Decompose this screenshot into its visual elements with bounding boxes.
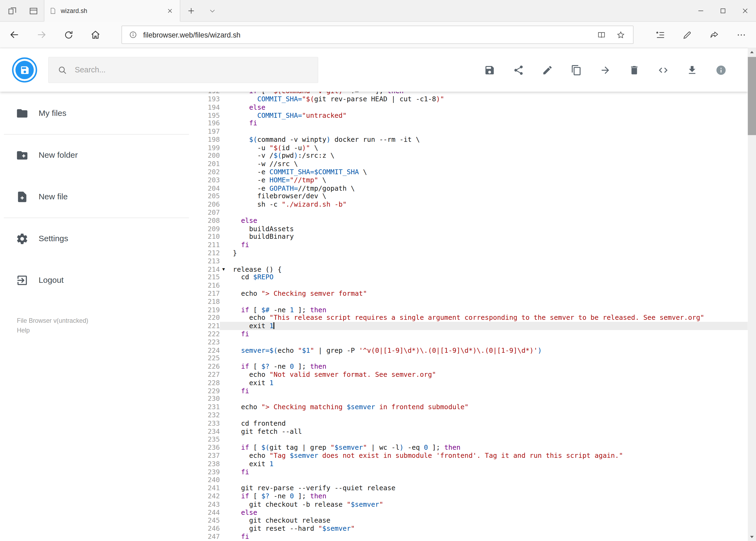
code-line[interactable]: 210 buildBinary [193,233,748,241]
web-note-pen-icon[interactable] [674,22,701,48]
new-tab-button[interactable] [180,0,202,21]
sidebar-item-new-folder[interactable]: New folder [0,135,193,176]
close-button[interactable] [734,0,756,21]
code-line[interactable]: 226 if [ $? -ne 0 ]; then [193,362,748,370]
code-line[interactable]: 215 cd $REPO [193,273,748,281]
code-line[interactable]: 242 if [ $? -ne 0 ]; then [193,492,748,500]
code-line[interactable]: 194 else [193,103,748,111]
code-line[interactable]: 220 echo "This release script requires a… [193,314,748,322]
home-button[interactable] [82,22,109,48]
code-line[interactable]: 225 [193,354,748,362]
code-line[interactable]: 216 [193,281,748,289]
delete-icon[interactable] [620,55,648,84]
tab-preview-icon[interactable] [23,0,44,21]
code-line[interactable]: 223 [193,338,748,346]
code-line[interactable]: 192 if [ "$(command -v git)" != "" ]; th… [193,92,748,95]
code-line[interactable]: 205 filebrowser/dev \ [193,192,748,201]
code-line[interactable]: 221 exit 1 [193,322,748,330]
code-line[interactable]: 219 if [ $# -ne 1 ]; then [193,306,748,314]
more-options-icon[interactable] [728,22,755,48]
sidebar-item-new-file[interactable]: New file [0,176,193,218]
code-line[interactable]: 234 git fetch --all [193,427,748,435]
hub-icon[interactable] [646,22,673,48]
code-line[interactable]: 229 fi [193,387,748,395]
back-button[interactable] [1,22,28,48]
sidebar-item-my-files[interactable]: My files [0,93,193,134]
tab-list-chevron-icon[interactable] [202,0,223,21]
code-line[interactable]: 196 fi [193,119,748,128]
code-line[interactable]: 227 echo "Not valid semver format. See s… [193,370,748,379]
tabs-aside-icon[interactable] [1,0,23,21]
scroll-up-arrow-icon[interactable] [748,48,756,56]
fold-arrow-icon[interactable]: ▼ [220,265,233,273]
url-text[interactable]: filebrowser.web/files/wizard.sh [141,31,591,39]
download-icon[interactable] [677,55,706,84]
code-line[interactable]: 201 -w //src \ [193,160,748,168]
minimize-button[interactable] [689,0,711,21]
refresh-button[interactable] [55,22,82,48]
code-line[interactable]: 208 else [193,217,748,225]
browser-tab[interactable]: wizard.sh [44,0,180,22]
address-bar[interactable]: filebrowser.web/files/wizard.sh [122,26,633,44]
code-editor[interactable]: 192 if [ "$(command -v git)" != "" ]; th… [193,92,748,541]
page-scrollbar[interactable] [748,48,756,541]
code-line[interactable]: 203 -e HOME="//tmp" \ [193,176,748,184]
save-icon[interactable] [475,55,504,84]
code-line[interactable]: 241 git rev-parse --verify --quiet relea… [193,484,748,492]
sidebar-item-settings[interactable]: Settings [0,218,193,260]
help-link[interactable]: Help [17,326,89,335]
code-line[interactable]: 213 [193,257,748,265]
code-line[interactable]: 206 sh -c "./wizard.sh -b" [193,201,748,209]
code-line[interactable]: 218 [193,297,748,306]
code-line[interactable]: 237 echo "Tag $semver does not exist in … [193,452,748,460]
code-line[interactable]: 211 fi [193,241,748,249]
code-line[interactable]: 217 echo "> Checking semver format" [193,289,748,297]
sidebar-item-logout[interactable]: Logout [0,260,193,301]
code-line[interactable]: 232 [193,411,748,419]
code-line[interactable]: 198 $(command -v winpty) docker run --rm… [193,136,748,144]
code-line[interactable]: 209 buildAssets [193,225,748,233]
code-line[interactable]: 233 cd frontend [193,419,748,427]
forward-button[interactable] [28,22,55,48]
rename-icon[interactable] [533,55,562,84]
reading-view-icon[interactable] [592,26,611,43]
code-line[interactable]: 236 if [ $(git tag | grep "$semver" | wc… [193,443,748,452]
code-line[interactable]: 199 -u "$(id -u)" \ [193,144,748,152]
code-line[interactable]: 204 -e GOPATH=//tmp/gopath \ [193,184,748,192]
code-line[interactable]: 207 [193,209,748,217]
code-line[interactable]: 230 [193,395,748,403]
search-input[interactable]: Search... [48,57,318,83]
filebrowser-logo[interactable] [12,58,37,83]
favorite-star-icon[interactable] [611,26,630,43]
code-line[interactable]: 195 COMMIT_SHA="untracked" [193,111,748,119]
code-line[interactable]: 235 [193,435,748,443]
code-line[interactable]: 244 else [193,508,748,516]
code-line[interactable]: 243 git checkout -b release "$semver" [193,500,748,508]
code-line[interactable]: 200 -v /$(pwd):/src:z \ [193,152,748,160]
code-line[interactable]: 197 [193,128,748,136]
code-line[interactable]: 214▼release () { [193,265,748,273]
code-line[interactable]: 240 [193,476,748,484]
code-line[interactable]: 247 fi [193,533,748,541]
code-view-icon[interactable] [648,55,677,84]
code-line[interactable]: 222 fi [193,330,748,338]
scrollbar-thumb[interactable] [748,57,756,135]
code-line[interactable]: 224 semver=$(echo "$1" | grep -P '^v(0|[… [193,346,748,354]
share-page-icon[interactable] [701,22,728,48]
code-line[interactable]: 228 exit 1 [193,379,748,387]
code-line[interactable]: 246 git reset --hard "$semver" [193,525,748,533]
move-icon[interactable] [591,55,620,84]
tab-close-icon[interactable] [164,5,175,16]
code-line[interactable]: 238 exit 1 [193,460,748,468]
site-info-icon[interactable] [125,31,141,39]
scroll-down-arrow-icon[interactable] [748,533,756,541]
code-line[interactable]: 212} [193,249,748,257]
code-line[interactable]: 193 COMMIT_SHA="$(git rev-parse HEAD | c… [193,95,748,103]
copy-icon[interactable] [562,55,591,84]
share-icon[interactable] [504,55,533,84]
info-icon[interactable] [706,55,735,84]
code-line[interactable]: 245 git checkout release [193,516,748,525]
code-line[interactable]: 202 -e COMMIT_SHA=$COMMIT_SHA \ [193,168,748,176]
code-line[interactable]: 231 echo "> Checking matching $semver in… [193,403,748,411]
code-line[interactable]: 239 fi [193,468,748,476]
